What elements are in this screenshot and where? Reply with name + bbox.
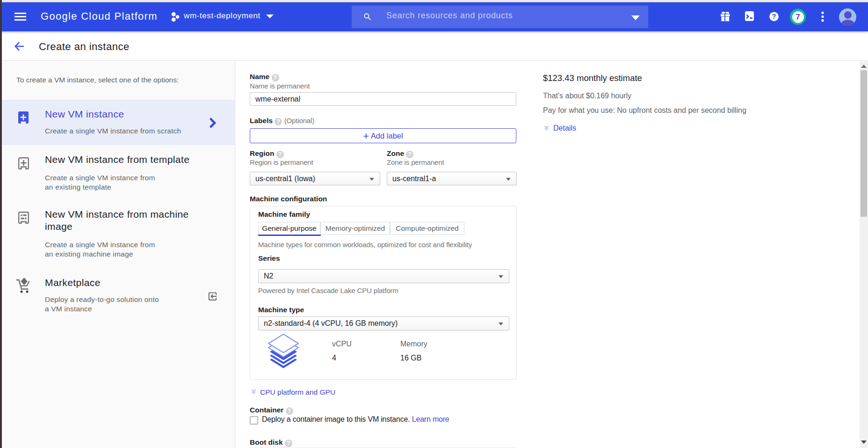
svg-text:?: ? <box>772 13 776 20</box>
